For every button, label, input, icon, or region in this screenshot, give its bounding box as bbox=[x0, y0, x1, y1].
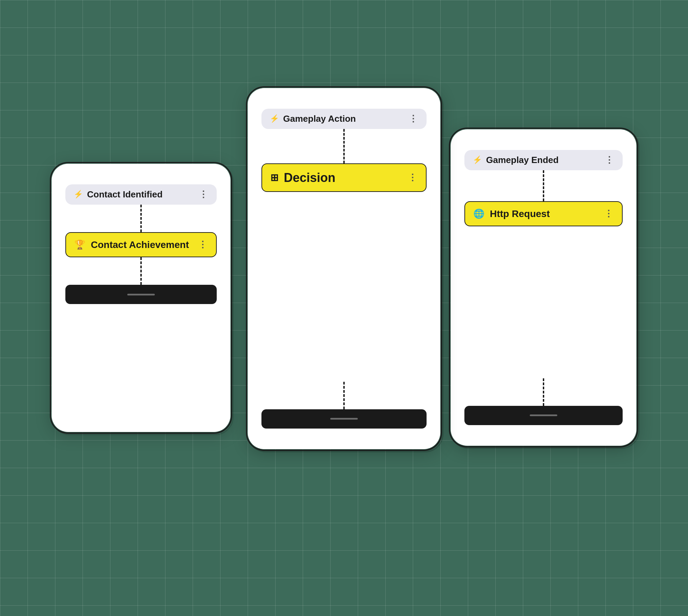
connector-line-right-2 bbox=[543, 378, 544, 406]
action-dots-left[interactable] bbox=[198, 239, 208, 250]
action-dots-center[interactable] bbox=[408, 172, 418, 183]
trigger-dots-left[interactable] bbox=[199, 189, 208, 200]
gameplay-ended-trigger[interactable]: Gameplay Ended bbox=[464, 150, 623, 170]
bolt-icon-center bbox=[270, 114, 279, 123]
connector-line-center-2 bbox=[343, 382, 345, 409]
trigger-dots-right[interactable] bbox=[605, 155, 614, 165]
decision-label: Decision bbox=[284, 170, 402, 185]
action-dots-right[interactable] bbox=[604, 208, 614, 219]
dark-bar-right bbox=[464, 406, 623, 425]
contact-identified-trigger[interactable]: Contact Identified bbox=[65, 184, 217, 205]
network-icon: ⊞ bbox=[270, 172, 278, 183]
card-right: Gameplay Ended Http Request bbox=[451, 129, 636, 446]
cards-wrapper: Contact Identified Contact Achievement G… bbox=[52, 67, 636, 549]
dark-bar-left bbox=[65, 285, 217, 304]
contact-achievement-label: Contact Achievement bbox=[91, 239, 193, 251]
globe-icon bbox=[473, 208, 484, 219]
contact-identified-label: Contact Identified bbox=[87, 189, 195, 200]
card-left: Contact Identified Contact Achievement bbox=[52, 164, 230, 432]
connector-line-center-1 bbox=[343, 129, 345, 163]
scene: Contact Identified Contact Achievement G… bbox=[0, 0, 688, 616]
http-request-block[interactable]: Http Request bbox=[464, 201, 623, 227]
connector-line-left-1 bbox=[140, 205, 142, 232]
card-center: Gameplay Action ⊞ Decision bbox=[248, 88, 440, 449]
trigger-dots-center[interactable] bbox=[409, 114, 418, 124]
gameplay-action-label: Gameplay Action bbox=[283, 114, 405, 124]
connector-line-left-2 bbox=[140, 257, 142, 285]
contact-achievement-block[interactable]: Contact Achievement bbox=[65, 232, 217, 258]
gameplay-ended-label: Gameplay Ended bbox=[486, 155, 601, 165]
dark-bar-center bbox=[261, 409, 427, 429]
bar-line-right bbox=[530, 414, 557, 416]
trophy-icon bbox=[74, 239, 85, 250]
bar-line-center bbox=[330, 418, 358, 420]
bolt-icon-right bbox=[473, 155, 482, 164]
bar-line-left bbox=[127, 294, 155, 295]
http-request-label: Http Request bbox=[490, 208, 599, 220]
bolt-icon-left bbox=[74, 190, 83, 199]
decision-block[interactable]: ⊞ Decision bbox=[261, 163, 427, 192]
gameplay-action-trigger[interactable]: Gameplay Action bbox=[261, 109, 427, 129]
connector-line-right-1 bbox=[543, 170, 544, 201]
